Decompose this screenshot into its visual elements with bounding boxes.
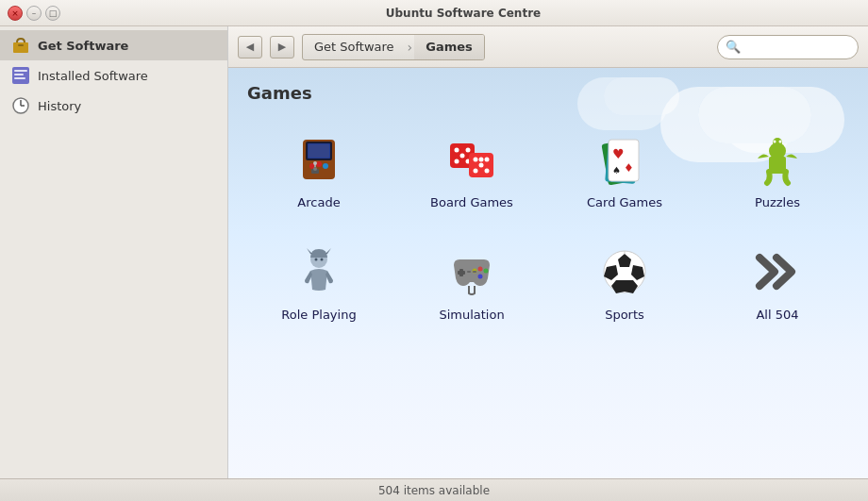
statusbar: 504 items available [0, 478, 868, 501]
sports-label: Sports [605, 308, 644, 322]
window-title: Ubuntu Software Centre [66, 7, 860, 20]
svg-marker-59 [611, 280, 638, 293]
arcade-label: Arcade [297, 195, 340, 209]
games-title: Games [247, 83, 849, 103]
installed-icon [11, 66, 30, 85]
svg-rect-5 [14, 77, 25, 79]
history-icon [11, 96, 30, 115]
sidebar-history-label: History [38, 99, 81, 113]
svg-text:♥: ♥ [612, 146, 625, 161]
svg-point-30 [474, 169, 478, 174]
svg-point-19 [313, 161, 317, 165]
sidebar: Get Software Installed Software [0, 26, 228, 478]
sidebar-installed-label: Installed Software [38, 69, 148, 83]
svg-point-49 [478, 267, 483, 272]
breadcrumb-separator: › [406, 40, 415, 55]
svg-point-42 [774, 141, 776, 143]
simulation-icon [442, 242, 502, 302]
titlebar: × – □ Ubuntu Software Centre [0, 0, 868, 26]
svg-rect-41 [769, 157, 786, 174]
svg-point-32 [479, 158, 484, 162]
back-button[interactable]: ◀ [238, 36, 262, 58]
window-controls: × – □ [8, 6, 60, 21]
svg-point-24 [455, 159, 459, 164]
svg-point-43 [779, 141, 782, 143]
svg-point-31 [485, 158, 490, 162]
main-layout: Get Software Installed Software [0, 26, 868, 478]
minimize-button[interactable]: – [26, 6, 42, 21]
sidebar-item-history[interactable]: History [0, 91, 227, 121]
svg-rect-1 [18, 44, 24, 46]
sidebar-item-get-software[interactable]: Get Software [0, 30, 227, 60]
svg-point-15 [323, 163, 328, 169]
svg-point-14 [316, 161, 322, 167]
games-grid: Arcade [247, 118, 849, 333]
category-role-playing[interactable]: Role Playing [247, 230, 391, 333]
statusbar-text: 504 items available [378, 484, 490, 497]
svg-text:♦: ♦ [624, 161, 634, 175]
sidebar-item-installed-software[interactable]: Installed Software [0, 60, 227, 91]
svg-point-46 [321, 259, 324, 261]
svg-rect-54 [473, 271, 476, 273]
search-box[interactable]: 🔍 [717, 35, 859, 59]
svg-point-50 [484, 269, 489, 274]
svg-point-17 [313, 167, 317, 171]
svg-point-45 [315, 259, 318, 261]
svg-point-27 [474, 158, 478, 162]
svg-point-22 [460, 154, 465, 159]
svg-rect-0 [13, 42, 28, 53]
all-icon [747, 242, 808, 302]
category-board-games[interactable]: Board Games [400, 118, 543, 221]
svg-text:♠: ♠ [612, 165, 621, 175]
sports-icon [594, 242, 655, 302]
svg-rect-4 [14, 74, 24, 75]
category-puzzles[interactable]: Puzzles [706, 118, 849, 221]
sidebar-get-software-label: Get Software [38, 39, 128, 53]
card-games-label: Card Games [587, 195, 662, 209]
content-area: ◀ ▶ Get Software › Games 🔍 Games [228, 26, 868, 478]
all-label: All 504 [756, 308, 798, 322]
category-all[interactable]: All 504 [706, 230, 849, 333]
role-playing-label: Role Playing [281, 308, 356, 322]
puzzles-icon [747, 129, 808, 190]
svg-rect-12 [309, 144, 329, 158]
back-icon: ◀ [246, 41, 254, 53]
search-icon: 🔍 [726, 40, 741, 54]
board-games-label: Board Games [430, 195, 513, 209]
svg-point-28 [479, 163, 484, 168]
breadcrumb: Get Software › Games [302, 34, 485, 60]
search-input[interactable] [744, 40, 850, 54]
category-card-games[interactable]: ♥ ♦ ♠ Card Games [553, 118, 696, 221]
forward-button[interactable]: ▶ [270, 36, 294, 58]
games-content: Games [228, 68, 868, 478]
board-games-icon [442, 129, 502, 190]
card-games-icon: ♥ ♦ ♠ [594, 129, 655, 190]
category-arcade[interactable]: Arcade [247, 118, 391, 221]
bag-icon [11, 36, 30, 55]
category-sports[interactable]: Sports [553, 230, 696, 333]
svg-point-51 [478, 275, 483, 279]
svg-point-29 [485, 169, 490, 174]
role-playing-icon [289, 242, 349, 302]
svg-rect-53 [467, 271, 471, 273]
forward-icon: ▶ [278, 41, 286, 53]
svg-rect-48 [458, 271, 465, 275]
arcade-icon [289, 129, 349, 190]
maximize-button[interactable]: □ [45, 6, 60, 21]
breadcrumb-games[interactable]: Games [414, 35, 484, 59]
puzzles-label: Puzzles [755, 195, 800, 209]
svg-point-25 [466, 148, 471, 153]
simulation-label: Simulation [439, 308, 504, 322]
svg-point-21 [455, 148, 459, 153]
category-simulation[interactable]: Simulation [400, 230, 543, 333]
breadcrumb-get-software[interactable]: Get Software [303, 35, 406, 59]
toolbar: ◀ ▶ Get Software › Games 🔍 [228, 26, 868, 68]
close-button[interactable]: × [8, 6, 23, 21]
svg-rect-3 [14, 70, 27, 72]
